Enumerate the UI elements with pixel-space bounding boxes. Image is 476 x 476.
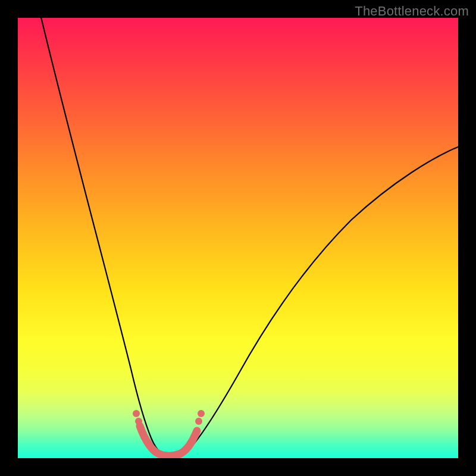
highlight-dot xyxy=(195,418,202,425)
right-curve xyxy=(186,146,458,453)
highlight-dot xyxy=(133,410,140,417)
left-curve xyxy=(40,18,161,453)
watermark-text: TheBottleneck.com xyxy=(355,4,469,19)
highlight-dot xyxy=(135,418,142,425)
figure-frame: TheBottleneck.com xyxy=(0,0,476,476)
plot-area xyxy=(18,18,458,458)
chart-svg xyxy=(18,18,458,458)
highlight-dot xyxy=(198,410,205,417)
